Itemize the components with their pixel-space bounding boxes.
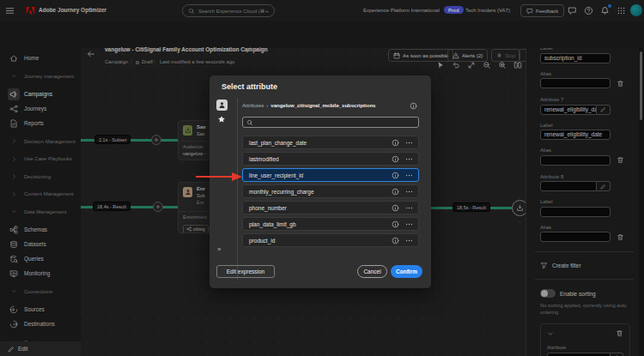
attribute-row-lastmodified[interactable]: lastmodified [242,152,419,166]
attribute-row-last_plan_change_date[interactable]: last_plan_change_date [242,136,419,149]
scrollbar-thumb[interactable] [640,51,642,120]
confirm-button[interactable]: Confirm [391,265,422,278]
attribute-row-product_id[interactable]: product_id [242,233,419,247]
attribute-search[interactable] [242,117,419,128]
dialog-title: Select attribute [222,82,277,91]
attribute-row-phone_number[interactable]: phone_number [242,201,419,214]
attribute-name: product_id [249,238,275,244]
info-icon[interactable] [392,220,399,228]
person-icon [218,101,226,109]
info-icon[interactable] [392,172,399,179]
breadcrumb: Attributes › vangeluw_citisignal_mobile_… [242,103,375,108]
more-icon[interactable] [405,139,413,147]
attribute-name: line_user_recipient_id [249,172,303,178]
attribute-name: monthly_recurring_charge [249,189,314,195]
info-icon[interactable] [392,188,399,196]
expand-rail-button[interactable]: » [217,245,221,253]
more-icon[interactable] [405,237,413,244]
more-icon[interactable] [405,155,413,163]
profile-attributes-tab[interactable] [216,100,228,111]
search-icon [246,119,253,126]
attribute-search-input[interactable] [256,120,415,125]
attribute-name: last_plan_change_date [249,140,307,146]
more-icon[interactable] [405,188,413,196]
divider [237,98,238,280]
more-icon[interactable] [405,204,413,212]
attribute-row-plan_data_limit_gb[interactable]: plan_data_limit_gb [242,217,419,231]
breadcrumb-root[interactable]: Attributes [242,103,264,108]
favorites-tab[interactable] [217,115,226,124]
info-icon[interactable] [410,102,417,110]
attribute-row-line_user_recipient_id[interactable]: line_user_recipient_id [242,168,419,182]
cancel-button[interactable]: Cancel [357,265,387,278]
info-icon[interactable] [392,237,399,244]
breadcrumb-current: vangeluw_citisignal_mobile_subscriptions [270,103,375,108]
attribute-row-monthly_recurring_charge[interactable]: monthly_recurring_charge [242,184,419,198]
info-icon[interactable] [392,139,399,147]
attribute-name: plan_data_limit_gb [249,221,296,227]
breadcrumb-separator: › [266,103,268,108]
annotation-arrow [194,170,246,184]
more-icon[interactable] [405,220,413,228]
attribute-name: lastmodified [249,156,279,162]
info-icon[interactable] [392,204,399,212]
edit-expression-button[interactable]: Edit expression [216,265,275,278]
attribute-name: phone_number [249,205,287,211]
info-icon[interactable] [392,155,399,163]
more-icon[interactable] [405,172,413,179]
